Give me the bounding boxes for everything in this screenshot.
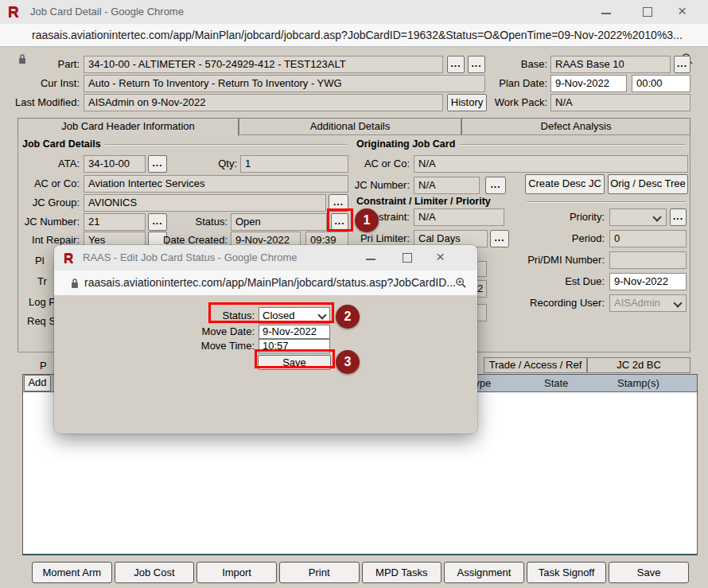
part-lookup-button[interactable]: ... [447, 56, 465, 73]
history-button[interactable]: History [447, 94, 487, 111]
footer-toolbar: Moment Arm Job Cost Import Print MPD Tas… [32, 562, 689, 583]
priority-lookup-button[interactable]: ... [670, 208, 687, 226]
minimize-icon[interactable] [366, 259, 375, 260]
bottom-tab-fragment[interactable]: P [40, 360, 47, 372]
zoom-in-icon[interactable] [455, 277, 467, 289]
popup-urlbar: raasais.aviationintertec.com/app/MainPla… [54, 271, 477, 296]
import-button[interactable]: Import [196, 562, 277, 583]
ata-lookup-button[interactable]: ... [148, 155, 167, 173]
period-field: 0 [609, 230, 687, 247]
qty-label: Qty: [191, 155, 237, 173]
lock-icon [70, 278, 80, 289]
recording-user-label: Recording User: [493, 294, 605, 312]
base-label: Base: [488, 56, 547, 73]
tab-additional-details[interactable]: Additional Details [239, 118, 461, 135]
annotation-step-1: 1 [355, 208, 379, 232]
qty-field: 1 [240, 155, 348, 173]
edit-job-card-status-popup: R RAAS - Edit Job Card Status - Google C… [54, 245, 477, 434]
part-field: 34-10-00 - ALTIMETER - 570-24929-412 - T… [84, 56, 443, 73]
job-card-details-title: Job Card Details [22, 138, 101, 150]
orig-ac-or-co-field: N/A [414, 155, 688, 173]
work-pack-field: N/A [550, 94, 690, 111]
main-urlbar: raasais.aviationintertec.com/app/MainPla… [0, 24, 708, 47]
popup-move-date-label: Move Date: [143, 325, 255, 339]
divider [105, 144, 347, 146]
close-icon[interactable]: × [678, 5, 687, 18]
base-lookup-button[interactable]: ... [674, 56, 690, 73]
maximize-icon[interactable] [643, 7, 652, 17]
highlight-rect-popup-status [208, 302, 334, 323]
part-lookup2-button[interactable]: ... [468, 56, 485, 73]
minimize-icon[interactable] [601, 13, 611, 14]
hidden-label-log-page: Log P [29, 296, 56, 308]
add-button[interactable]: Add [24, 375, 51, 391]
last-modified-field: AISAdmin on 9-Nov-2022 [84, 94, 443, 111]
ata-field: 34-10-00 [84, 155, 146, 173]
tab-defect-analysis[interactable]: Defect Analysis [461, 118, 690, 135]
window-title: Job Card Detail - Google Chrome [30, 0, 184, 24]
orig-ac-or-co-label: AC or Co: [350, 155, 410, 173]
status-label: Status: [183, 213, 228, 231]
popup-title: RAAS - Edit Job Card Status - Google Chr… [83, 245, 298, 271]
constraint-section-title: Constraint / Limiter / Priority [356, 196, 491, 207]
hidden-label-plan: Pl [35, 255, 45, 267]
plan-date-input[interactable]: 9-Nov-2022 [550, 75, 627, 92]
tab-job-card-header-information[interactable]: Job Card Header Information [18, 118, 239, 136]
period-label: Period: [517, 230, 605, 247]
main-titlebar: R Job Card Detail - Google Chrome × [0, 0, 708, 25]
last-modified-label: Last Modified: [0, 94, 80, 111]
create-desc-jc-button[interactable]: Create Desc JC [525, 174, 605, 194]
plan-time-input[interactable]: 00:00 [632, 75, 690, 92]
annotation-step-2: 2 [336, 305, 360, 329]
raas-logo-icon: R [8, 3, 24, 20]
est-due-label: Est Due: [493, 273, 605, 290]
pri-dmi-number-label: Pri/DMI Number: [493, 251, 605, 269]
highlight-rect-status-edit [327, 208, 353, 232]
divider [527, 201, 686, 203]
mpd-tasks-button[interactable]: MPD Tasks [362, 562, 442, 583]
column-stamps: Stamp(s) [617, 375, 659, 392]
constraint-field: N/A [414, 208, 504, 226]
divider [460, 144, 686, 146]
orig-desc-tree-button[interactable]: Orig / Desc Tree [608, 174, 688, 194]
part-label: Part: [0, 56, 80, 73]
ac-or-co-field: Aviation Intertec Services [84, 175, 348, 193]
jc-number-lookup-button[interactable]: ... [148, 213, 167, 231]
orig-jc-number-lookup-button[interactable]: ... [485, 177, 506, 194]
ata-label: ATA: [0, 155, 80, 173]
cur-inst-label: Cur Inst: [0, 75, 80, 92]
print-button[interactable]: Print [279, 562, 360, 583]
est-due-input[interactable]: 9-Nov-2022 [609, 273, 687, 290]
work-pack-label: Work Pack: [488, 94, 547, 111]
job-cost-button[interactable]: Job Cost [115, 562, 195, 583]
jc-number-label: JC Number: [0, 213, 80, 231]
popup-address-bar[interactable]: raasais.aviationintertec.com/app/MainPla… [84, 271, 456, 295]
tab-jc-2d-bc[interactable]: JC 2d BC [587, 357, 690, 373]
save-button[interactable]: Save [609, 562, 689, 583]
base-field: RAAS Base 10 [550, 56, 671, 73]
jc-group-field: AVIONICS [84, 194, 326, 212]
moment-arm-button[interactable]: Moment Arm [32, 562, 112, 583]
orig-jc-number-field: N/A [414, 177, 480, 194]
status-field: Open [231, 213, 327, 231]
close-icon[interactable]: × [436, 251, 445, 263]
raas-logo-icon: R [64, 250, 80, 267]
cur-inst-field: Auto - Return To Inventory - Return To I… [84, 75, 485, 92]
pri-dmi-number-field [609, 251, 687, 269]
ac-or-co-label: AC or Co: [0, 175, 80, 193]
task-signoff-button[interactable]: Task Signoff [527, 562, 607, 583]
column-state: State [544, 375, 568, 392]
job-card-detail-window: R Job Card Detail - Google Chrome × raas… [0, 0, 708, 588]
highlight-rect-popup-save [255, 349, 335, 368]
plan-date-label: Plan Date: [488, 75, 547, 92]
popup-titlebar: R RAAS - Edit Job Card Status - Google C… [54, 245, 477, 271]
orig-jc-number-label: JC Number: [350, 177, 410, 194]
jc-number-field: 21 [84, 213, 146, 231]
address-bar[interactable]: raasais.aviationintertec.com/app/MainPla… [32, 24, 683, 46]
hidden-label-req-sign: Req S [27, 315, 56, 327]
maximize-icon[interactable] [403, 253, 412, 263]
tab-trade-access-ref[interactable]: Trade / Access / Ref [484, 357, 587, 373]
pri-limiter-lookup-button[interactable]: ... [490, 230, 509, 247]
assignment-button[interactable]: Assignment [444, 562, 524, 583]
popup-move-date-input[interactable]: 9-Nov-2022 [259, 325, 330, 339]
